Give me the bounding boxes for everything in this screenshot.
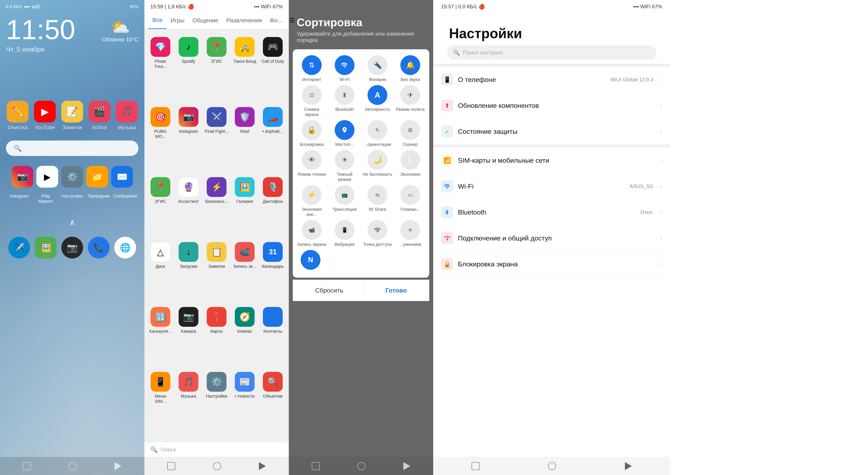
grid-icon-spotify: ♪ — [179, 37, 198, 57]
tab-communication[interactable]: Общение — [188, 12, 222, 29]
sort-item-screenrecord[interactable]: 📹 Запись экрана — [297, 220, 327, 247]
grid-app-camera[interactable]: 📷 Камера — [175, 303, 203, 368]
sort-item-reading[interactable]: 👁 Режим чтения — [297, 150, 327, 182]
settings-item-connection[interactable]: Подключение и общий доступ › — [433, 225, 670, 251]
nav-circle-drawer[interactable] — [213, 462, 221, 470]
sort-done-button[interactable]: Готово — [377, 284, 415, 297]
nav-square-settings[interactable] — [472, 462, 479, 470]
dock-messages[interactable]: ✉️ — [111, 166, 133, 188]
grid-app-compass[interactable]: 🧭 Компас — [231, 303, 259, 368]
dock-files[interactable]: 📁 — [86, 166, 108, 188]
tab-all[interactable]: Все — [148, 12, 166, 29]
grid-app-pirate[interactable]: 💎 Pirate Trea... — [146, 33, 175, 103]
nav-square-home[interactable] — [23, 462, 31, 470]
drawer-search[interactable]: 🔍 Поиск — [145, 442, 289, 457]
grid-app-notepad[interactable]: 📋 Заметки — [203, 238, 231, 303]
sort-item-darkmode[interactable]: ☀ Темный режим — [330, 150, 360, 182]
grid-app-music2[interactable]: 🎵 Музыка — [175, 368, 203, 438]
sort-item-hotspot[interactable]: Точка доступа — [363, 220, 393, 247]
grid-app-calendar[interactable]: 31 Календарь — [259, 238, 287, 303]
nav-triangle-sort[interactable] — [403, 462, 410, 470]
app-cleaner[interactable]: ✏️ Очистка — [6, 101, 29, 130]
sort-item-brightness[interactable]: A Автояркость — [363, 85, 393, 117]
grid-app-assistant[interactable]: 🔮 Ассистент — [175, 173, 203, 238]
grid-app-asphalt[interactable]: 🏎️ • Asphalt... — [259, 103, 287, 173]
sort-reset-button[interactable]: Сбросить — [307, 284, 351, 297]
app-icon-cleaner: ✏️ — [7, 101, 29, 122]
app-inshot[interactable]: 🎬 InShot — [88, 101, 112, 130]
sort-item-vibration[interactable]: 📳 Вибрация — [330, 220, 360, 247]
nav-circle-sort[interactable] — [358, 462, 365, 470]
sort-item-bluetooth[interactable]: Bluetooth — [330, 85, 360, 117]
app-music[interactable]: 🎵 Музыка — [115, 101, 139, 130]
sort-item-powersave[interactable]: ⚡ Экономия эне... — [297, 185, 327, 217]
grid-app-settings[interactable]: ⚙️ Настройки — [203, 368, 231, 438]
settings-item-wifi[interactable]: Wi-Fi ASUS_5G › — [433, 173, 670, 199]
sort-item-nfc[interactable]: N — [301, 250, 320, 272]
grid-app-maps[interactable]: 📍 Карты — [203, 303, 231, 368]
nav-triangle-settings[interactable] — [625, 462, 632, 470]
grid-app-contacts[interactable]: 👤 Контакты — [259, 303, 287, 368]
status-right: 95% — [130, 4, 138, 9]
settings-text-security: Состояние защиты — [458, 128, 653, 136]
tab-games[interactable]: Игры — [166, 12, 188, 29]
sort-item-airplane[interactable]: ✈ Режим полета — [396, 85, 425, 117]
sort-item-float[interactable]: ▭ Плаваю... — [396, 185, 425, 217]
grid-app-instagram[interactable]: 📷 Instagram — [175, 103, 203, 173]
grid-app-gallery[interactable]: 🖼️ Галерея — [231, 173, 259, 238]
settings-item-update[interactable]: ⬆ Обновление компонентов › — [433, 93, 670, 119]
nav-square-sort[interactable] — [312, 462, 320, 470]
sort-item-scanner[interactable]: ⊞ Сканер — [396, 120, 425, 147]
settings-item-lock[interactable]: 🔒 Блокировка экрана › — [433, 251, 670, 277]
grid-app-downloads[interactable]: ↓ Загрузки — [175, 238, 203, 303]
sort-item-location[interactable]: Местоп... — [330, 120, 360, 147]
settings-item-bluetooth[interactable]: Bluetooth Откл. › — [433, 199, 670, 225]
grid-app-news[interactable]: 📰 • Новости — [231, 368, 259, 438]
grid-app-taxi[interactable]: 🚕 Такси Бонд — [231, 33, 259, 103]
sort-item-cast[interactable]: 📺 Трансляция — [330, 185, 360, 217]
sort-item-silent[interactable]: 🔔 Без звука — [396, 55, 425, 82]
settings-item-about[interactable]: 📱 О телефоне MIUI Global 12.0.3 › — [433, 67, 670, 93]
grid-app-2gis[interactable]: 📍 2ГИС — [203, 33, 231, 103]
settings-item-sim[interactable]: 📶 SIM-карты и мобильные сети › — [433, 147, 670, 173]
tab-entertainment[interactable]: Развлечения — [222, 12, 266, 29]
grid-app-recorder[interactable]: 🎙️ Диктофон — [259, 173, 287, 238]
sort-item-lock[interactable]: 🔒 Блокировка — [297, 120, 327, 147]
home-search-bar[interactable]: 🔍 — [6, 141, 138, 156]
grid-app-spotify[interactable]: ♪ Spotify — [175, 33, 203, 103]
sort-item-internet[interactable]: ⇅ Интернет — [297, 55, 327, 82]
app-label-notes: Заметки — [62, 124, 82, 130]
nav-circle-settings[interactable] — [548, 462, 556, 470]
sort-item-mishare[interactable]: ⇆ Mi Share — [363, 185, 393, 217]
grid-app-simcard[interactable]: 📱 Меню SIM... — [146, 368, 175, 438]
sort-item-restrict[interactable]: ≋ ...ужением — [396, 220, 425, 247]
dock-instagram[interactable]: 📷 — [11, 166, 33, 188]
app-youtube[interactable]: ▶ YouTube — [33, 101, 57, 130]
sort-item-dnd[interactable]: 🌙 Не беспокоить — [363, 150, 393, 182]
nav-triangle-drawer[interactable] — [259, 462, 266, 470]
sort-item-economy[interactable]: 📄 Экономия — [396, 150, 425, 182]
nav-square-drawer[interactable] — [167, 462, 175, 470]
sort-item-flashlight[interactable]: 🔦 Фонарик — [363, 55, 393, 82]
grid-app-screenrec[interactable]: 📹 Запись эк... — [231, 238, 259, 303]
sort-item-wifi[interactable]: Wi-Fi — [330, 55, 360, 82]
grid-app-pubg[interactable]: 🎯 PUBG MO... — [146, 103, 175, 173]
grid-app-calc[interactable]: 🔢 Калькуля... — [146, 303, 175, 368]
nav-circle-home[interactable] — [69, 462, 76, 470]
sort-item-rotation[interactable]: ↻ ...ориентации — [363, 120, 393, 147]
grid-app-security[interactable]: ⚡ Безопасн... — [203, 173, 231, 238]
grid-app-2gis2[interactable]: 📍 2ГИС — [146, 173, 175, 238]
grid-app-lens[interactable]: 🔍 Объектив — [259, 368, 287, 438]
sort-item-screenshot[interactable]: ⊡ Снимок экрана — [297, 85, 327, 117]
nav-triangle-home[interactable] — [115, 462, 121, 470]
app-notes[interactable]: 📝 Заметки — [60, 101, 84, 130]
tab-more-cat[interactable]: Фо... — [266, 12, 286, 29]
grid-app-drive[interactable]: △ Диск — [146, 238, 175, 303]
settings-search[interactable]: 🔍 Поиск настроек — [447, 45, 656, 60]
grid-app-raid[interactable]: 🛡️ Raid — [231, 103, 259, 173]
grid-app-finalfight[interactable]: ⚔️ Final Fight... — [203, 103, 231, 173]
settings-item-security[interactable]: ✓ Состояние защиты › — [433, 119, 670, 145]
grid-app-cod[interactable]: 🎮 Call of Duty — [259, 33, 287, 103]
dock-playstore[interactable]: ▶ — [36, 166, 58, 188]
dock-settings[interactable]: ⚙️ — [61, 166, 83, 188]
